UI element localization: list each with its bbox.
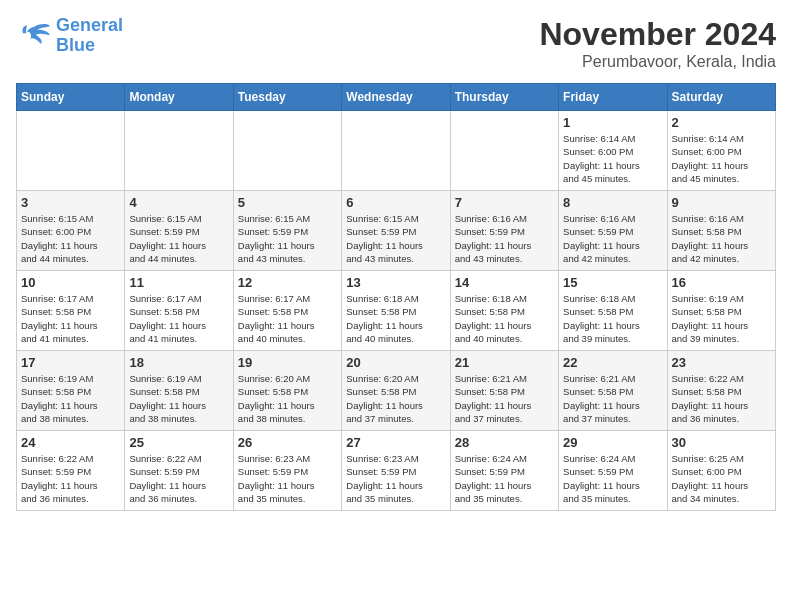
calendar-day-cell: 23Sunrise: 6:22 AM Sunset: 5:58 PM Dayli… [667, 351, 775, 431]
day-number: 2 [672, 115, 771, 130]
calendar-day-cell: 8Sunrise: 6:16 AM Sunset: 5:59 PM Daylig… [559, 191, 667, 271]
calendar-week-row: 1Sunrise: 6:14 AM Sunset: 6:00 PM Daylig… [17, 111, 776, 191]
calendar-day-cell: 13Sunrise: 6:18 AM Sunset: 5:58 PM Dayli… [342, 271, 450, 351]
day-number: 19 [238, 355, 337, 370]
calendar-day-cell: 28Sunrise: 6:24 AM Sunset: 5:59 PM Dayli… [450, 431, 558, 511]
calendar-day-cell: 22Sunrise: 6:21 AM Sunset: 5:58 PM Dayli… [559, 351, 667, 431]
day-info: Sunrise: 6:17 AM Sunset: 5:58 PM Dayligh… [238, 292, 337, 345]
calendar-day-cell: 2Sunrise: 6:14 AM Sunset: 6:00 PM Daylig… [667, 111, 775, 191]
calendar-day-cell [450, 111, 558, 191]
day-number: 12 [238, 275, 337, 290]
day-number: 14 [455, 275, 554, 290]
day-info: Sunrise: 6:17 AM Sunset: 5:58 PM Dayligh… [129, 292, 228, 345]
weekday-header: Sunday [17, 84, 125, 111]
day-number: 26 [238, 435, 337, 450]
weekday-header: Tuesday [233, 84, 341, 111]
day-number: 24 [21, 435, 120, 450]
calendar-day-cell: 24Sunrise: 6:22 AM Sunset: 5:59 PM Dayli… [17, 431, 125, 511]
day-number: 28 [455, 435, 554, 450]
calendar-week-row: 24Sunrise: 6:22 AM Sunset: 5:59 PM Dayli… [17, 431, 776, 511]
day-info: Sunrise: 6:16 AM Sunset: 5:59 PM Dayligh… [563, 212, 662, 265]
day-info: Sunrise: 6:15 AM Sunset: 5:59 PM Dayligh… [346, 212, 445, 265]
calendar-week-row: 10Sunrise: 6:17 AM Sunset: 5:58 PM Dayli… [17, 271, 776, 351]
day-number: 7 [455, 195, 554, 210]
weekday-header: Saturday [667, 84, 775, 111]
logo: General Blue [16, 16, 123, 56]
day-number: 5 [238, 195, 337, 210]
calendar-day-cell: 9Sunrise: 6:16 AM Sunset: 5:58 PM Daylig… [667, 191, 775, 271]
day-info: Sunrise: 6:18 AM Sunset: 5:58 PM Dayligh… [455, 292, 554, 345]
day-number: 21 [455, 355, 554, 370]
calendar-day-cell: 5Sunrise: 6:15 AM Sunset: 5:59 PM Daylig… [233, 191, 341, 271]
day-number: 15 [563, 275, 662, 290]
calendar-day-cell: 19Sunrise: 6:20 AM Sunset: 5:58 PM Dayli… [233, 351, 341, 431]
day-info: Sunrise: 6:19 AM Sunset: 5:58 PM Dayligh… [21, 372, 120, 425]
day-number: 29 [563, 435, 662, 450]
day-info: Sunrise: 6:20 AM Sunset: 5:58 PM Dayligh… [238, 372, 337, 425]
calendar-day-cell: 6Sunrise: 6:15 AM Sunset: 5:59 PM Daylig… [342, 191, 450, 271]
calendar-day-cell: 15Sunrise: 6:18 AM Sunset: 5:58 PM Dayli… [559, 271, 667, 351]
day-info: Sunrise: 6:20 AM Sunset: 5:58 PM Dayligh… [346, 372, 445, 425]
calendar-day-cell: 30Sunrise: 6:25 AM Sunset: 6:00 PM Dayli… [667, 431, 775, 511]
day-number: 1 [563, 115, 662, 130]
calendar-day-cell: 29Sunrise: 6:24 AM Sunset: 5:59 PM Dayli… [559, 431, 667, 511]
day-info: Sunrise: 6:22 AM Sunset: 5:58 PM Dayligh… [672, 372, 771, 425]
calendar-day-cell: 1Sunrise: 6:14 AM Sunset: 6:00 PM Daylig… [559, 111, 667, 191]
day-info: Sunrise: 6:15 AM Sunset: 5:59 PM Dayligh… [129, 212, 228, 265]
day-number: 4 [129, 195, 228, 210]
day-info: Sunrise: 6:22 AM Sunset: 5:59 PM Dayligh… [21, 452, 120, 505]
calendar-day-cell [125, 111, 233, 191]
location-subtitle: Perumbavoor, Kerala, India [539, 53, 776, 71]
calendar-day-cell: 11Sunrise: 6:17 AM Sunset: 5:58 PM Dayli… [125, 271, 233, 351]
day-info: Sunrise: 6:21 AM Sunset: 5:58 PM Dayligh… [455, 372, 554, 425]
logo-icon [16, 22, 52, 50]
day-info: Sunrise: 6:14 AM Sunset: 6:00 PM Dayligh… [672, 132, 771, 185]
day-info: Sunrise: 6:16 AM Sunset: 5:59 PM Dayligh… [455, 212, 554, 265]
calendar-day-cell: 3Sunrise: 6:15 AM Sunset: 6:00 PM Daylig… [17, 191, 125, 271]
weekday-header: Thursday [450, 84, 558, 111]
calendar-day-cell: 16Sunrise: 6:19 AM Sunset: 5:58 PM Dayli… [667, 271, 775, 351]
day-number: 8 [563, 195, 662, 210]
day-number: 9 [672, 195, 771, 210]
calendar-day-cell: 20Sunrise: 6:20 AM Sunset: 5:58 PM Dayli… [342, 351, 450, 431]
calendar-day-cell [342, 111, 450, 191]
day-info: Sunrise: 6:17 AM Sunset: 5:58 PM Dayligh… [21, 292, 120, 345]
day-number: 27 [346, 435, 445, 450]
day-info: Sunrise: 6:24 AM Sunset: 5:59 PM Dayligh… [563, 452, 662, 505]
day-info: Sunrise: 6:23 AM Sunset: 5:59 PM Dayligh… [238, 452, 337, 505]
calendar-table: SundayMondayTuesdayWednesdayThursdayFrid… [16, 83, 776, 511]
day-info: Sunrise: 6:14 AM Sunset: 6:00 PM Dayligh… [563, 132, 662, 185]
calendar-day-cell: 14Sunrise: 6:18 AM Sunset: 5:58 PM Dayli… [450, 271, 558, 351]
day-info: Sunrise: 6:15 AM Sunset: 6:00 PM Dayligh… [21, 212, 120, 265]
day-info: Sunrise: 6:19 AM Sunset: 5:58 PM Dayligh… [672, 292, 771, 345]
day-number: 6 [346, 195, 445, 210]
day-number: 17 [21, 355, 120, 370]
day-number: 13 [346, 275, 445, 290]
calendar-week-row: 17Sunrise: 6:19 AM Sunset: 5:58 PM Dayli… [17, 351, 776, 431]
weekday-header: Friday [559, 84, 667, 111]
calendar-day-cell: 18Sunrise: 6:19 AM Sunset: 5:58 PM Dayli… [125, 351, 233, 431]
day-info: Sunrise: 6:22 AM Sunset: 5:59 PM Dayligh… [129, 452, 228, 505]
day-info: Sunrise: 6:19 AM Sunset: 5:58 PM Dayligh… [129, 372, 228, 425]
calendar-day-cell [17, 111, 125, 191]
weekday-header: Wednesday [342, 84, 450, 111]
day-info: Sunrise: 6:18 AM Sunset: 5:58 PM Dayligh… [346, 292, 445, 345]
title-block: November 2024 Perumbavoor, Kerala, India [539, 16, 776, 71]
day-number: 22 [563, 355, 662, 370]
month-year-title: November 2024 [539, 16, 776, 53]
day-info: Sunrise: 6:16 AM Sunset: 5:58 PM Dayligh… [672, 212, 771, 265]
weekday-header-row: SundayMondayTuesdayWednesdayThursdayFrid… [17, 84, 776, 111]
day-info: Sunrise: 6:24 AM Sunset: 5:59 PM Dayligh… [455, 452, 554, 505]
calendar-day-cell: 17Sunrise: 6:19 AM Sunset: 5:58 PM Dayli… [17, 351, 125, 431]
calendar-day-cell: 4Sunrise: 6:15 AM Sunset: 5:59 PM Daylig… [125, 191, 233, 271]
day-info: Sunrise: 6:21 AM Sunset: 5:58 PM Dayligh… [563, 372, 662, 425]
day-number: 16 [672, 275, 771, 290]
calendar-day-cell [233, 111, 341, 191]
day-number: 10 [21, 275, 120, 290]
day-number: 25 [129, 435, 228, 450]
day-info: Sunrise: 6:25 AM Sunset: 6:00 PM Dayligh… [672, 452, 771, 505]
day-info: Sunrise: 6:23 AM Sunset: 5:59 PM Dayligh… [346, 452, 445, 505]
day-info: Sunrise: 6:18 AM Sunset: 5:58 PM Dayligh… [563, 292, 662, 345]
calendar-day-cell: 7Sunrise: 6:16 AM Sunset: 5:59 PM Daylig… [450, 191, 558, 271]
day-number: 20 [346, 355, 445, 370]
